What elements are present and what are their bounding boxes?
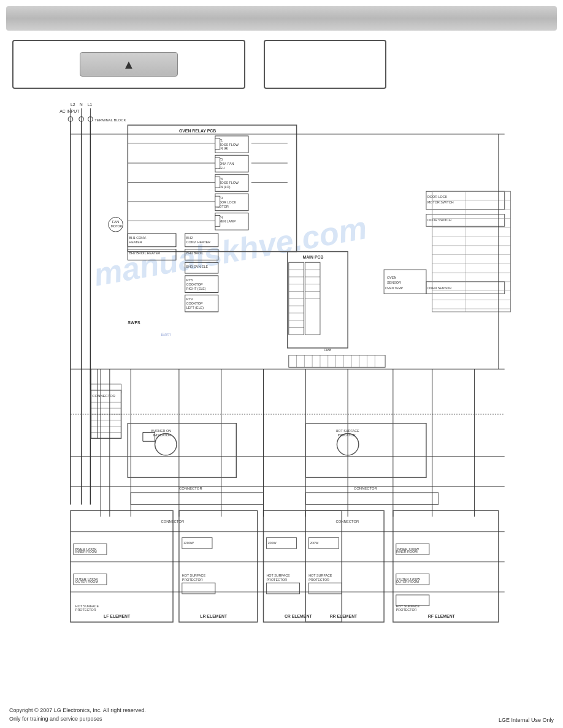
svg-text:200W: 200W [310, 541, 319, 545]
svg-text:PROTECTOR: PROTECTOR [396, 608, 417, 612]
svg-rect-163 [305, 493, 438, 505]
svg-text:DOOR LOCK: DOOR LOCK [427, 195, 448, 199]
svg-rect-68 [289, 355, 385, 368]
svg-text:LR ELEMENT: LR ELEMENT [200, 614, 228, 618]
svg-rect-50 [288, 252, 348, 348]
svg-text:HOT SURFACE: HOT SURFACE [182, 574, 206, 577]
l1-label: L1 [87, 102, 92, 107]
up-arrow-button[interactable]: ▲ [80, 52, 178, 77]
svg-text:SWPS: SWPS [128, 320, 140, 325]
l2-label: L2 [71, 102, 75, 107]
svg-text:OVEN RELAY PCB: OVEN RELAY PCB [179, 129, 216, 133]
svg-text:PROTECTOR: PROTECTOR [266, 578, 287, 582]
svg-text:HOT SURFACE: HOT SURFACE [308, 574, 332, 577]
svg-rect-188 [215, 138, 220, 150]
svg-text:INNER 1200W: INNER 1200W [75, 547, 97, 551]
svg-text:PROTECTOR: PROTECTOR [75, 608, 96, 612]
svg-rect-192 [215, 216, 220, 227]
footer: Copyright © 2007 LG Electronics, Inc. Al… [9, 707, 554, 723]
svg-text:OVEN SENSOR: OVEN SENSOR [427, 286, 452, 290]
svg-text:1200W: 1200W [183, 541, 194, 545]
oven-relay-pcb-box [128, 125, 296, 251]
svg-text:CONNECTOR: CONNECTOR [92, 394, 115, 398]
svg-text:HOT SURFACE: HOT SURFACE [75, 604, 99, 608]
svg-text:CONNECTOR: CONNECTOR [354, 487, 377, 490]
navigation-box: ▲ [12, 40, 245, 89]
svg-text:INNER 1200W: INNER 1200W [397, 547, 419, 551]
svg-text:HEATER: HEATER [129, 240, 142, 244]
svg-text:BH2: BH2 [186, 236, 193, 240]
svg-text:LEFT (ELE): LEFT (ELE) [186, 306, 204, 309]
svg-text:Eam: Eam [161, 332, 171, 337]
svg-text:MOTOR SWITCH: MOTOR SWITCH [427, 200, 454, 204]
svg-text:SENSOR: SENSOR [387, 281, 401, 284]
svg-text:PROTECTOR: PROTECTOR [308, 578, 329, 582]
svg-text:MAIN PCB: MAIN PCB [302, 255, 323, 259]
svg-text:RR ELEMENT: RR ELEMENT [330, 614, 358, 618]
svg-rect-180 [305, 423, 426, 477]
svg-text:RY9: RY9 [186, 297, 193, 301]
svg-rect-143 [305, 510, 384, 622]
svg-text:CONNECTOR: CONNECTOR [179, 487, 202, 490]
svg-rect-190 [215, 177, 220, 188]
svg-text:COOKTOP: COOKTOP [186, 282, 203, 286]
svg-text:CM8: CM8 [324, 348, 332, 352]
svg-text:INDICATOR: INDICATOR [337, 433, 355, 437]
svg-text:BH2 BROIL HEATER: BH2 BROIL HEATER [129, 251, 160, 255]
info-box [264, 40, 386, 89]
footer-right: LGE Internal Use Only [499, 717, 554, 723]
svg-text:LF ELEMENT: LF ELEMENT [104, 614, 131, 618]
top-navigation-bar [6, 6, 557, 31]
svg-text:CR ELEMENT: CR ELEMENT [285, 614, 312, 618]
svg-text:PROTECTOR: PROTECTOR [182, 578, 203, 582]
copyright-line1: Copyright © 2007 LG Electronics, Inc. Al… [9, 707, 146, 715]
svg-text:HOT SURFACE: HOT SURFACE [266, 574, 290, 577]
wiring-diagram-svg: L2 N L1 AC INPUT TERMINAL BLOCK OVEN REL… [6, 95, 557, 697]
up-arrow-icon: ▲ [123, 58, 135, 72]
svg-text:OVEN TEMP: OVEN TEMP [385, 287, 404, 290]
svg-rect-191 [215, 196, 220, 207]
svg-rect-136 [264, 510, 342, 622]
svg-rect-189 [215, 157, 220, 169]
svg-text:200W: 200W [267, 541, 277, 545]
svg-text:OVEN: OVEN [387, 276, 396, 279]
wiring-diagram-area: L2 N L1 AC INPUT TERMINAL BLOCK OVEN REL… [6, 95, 557, 697]
n-label: N [80, 102, 83, 107]
ac-input-label: AC INPUT [59, 109, 80, 113]
svg-rect-129 [179, 510, 258, 622]
svg-text:BH1 CONV.: BH1 CONV. [129, 236, 147, 240]
svg-text:COOKTOP: COOKTOP [186, 301, 203, 305]
copyright-line2: Only for training and service purposes [9, 715, 146, 724]
svg-text:OUTER 1200W: OUTER 1200W [75, 577, 98, 581]
svg-text:INDICATOR: INDICATOR [153, 433, 171, 437]
svg-text:CONV. HEATER: CONV. HEATER [186, 240, 211, 244]
footer-left: Copyright © 2007 LG Electronics, Inc. Al… [9, 707, 146, 723]
terminal-block-label: TERMINAL BLOCK [94, 118, 126, 122]
svg-text:RIGHT (ELE): RIGHT (ELE) [186, 287, 206, 290]
svg-rect-161 [131, 493, 263, 505]
svg-text:BH3 BROIL: BH3 BROIL [186, 251, 204, 255]
svg-text:FAN: FAN [112, 220, 119, 224]
svg-text:RY8: RY8 [186, 278, 193, 282]
svg-text:CONNECTOR: CONNECTOR [161, 520, 184, 523]
svg-text:RF ELEMENT: RF ELEMENT [428, 614, 456, 618]
svg-rect-179 [128, 423, 236, 477]
svg-text:DOOR SWITCH: DOOR SWITCH [427, 218, 451, 222]
svg-text:CONNECTOR: CONNECTOR [335, 520, 359, 523]
svg-text:OUTER 1200W: OUTER 1200W [397, 577, 421, 581]
svg-text:BH3 OVN ELE: BH3 OVN ELE [186, 265, 209, 268]
svg-text:MOTOR: MOTOR [111, 225, 123, 228]
